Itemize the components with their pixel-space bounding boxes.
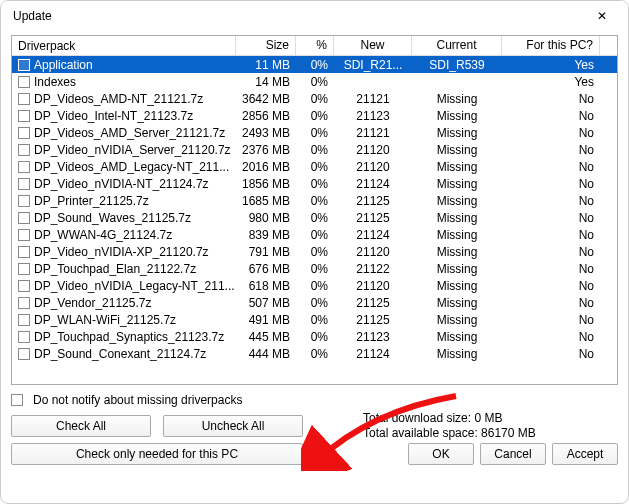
row-new: 21120 [334,245,412,259]
row-percent: 0% [296,177,334,191]
column-headers: Driverpack Size % New Current For this P… [12,36,617,56]
grid-body[interactable]: Application11 MB0%SDI_R21...SDI_R539YesI… [12,56,617,385]
cancel-button[interactable]: Cancel [480,443,546,465]
row-size: 507 MB [236,296,296,310]
row-forpc: No [502,279,600,293]
table-row[interactable]: DP_Videos_AMD_Server_21121.7z2493 MB0%21… [12,124,617,141]
row-forpc: No [502,160,600,174]
row-forpc: No [502,330,600,344]
stats-block: Total download size: 0 MB Total availabl… [363,411,536,441]
row-forpc: No [502,126,600,140]
row-name: DP_Sound_Conexant_21124.7z [34,347,206,361]
table-row[interactable]: Application11 MB0%SDI_R21...SDI_R539Yes [12,56,617,73]
row-size: 791 MB [236,245,296,259]
checkbox-icon [18,195,30,207]
row-size: 1685 MB [236,194,296,208]
row-forpc: No [502,347,600,361]
checkbox-icon [18,246,30,258]
row-current: Missing [412,160,502,174]
row-new: SDI_R21... [334,58,412,72]
checkbox-icon [11,394,23,406]
row-new: 21125 [334,194,412,208]
titlebar: Update ✕ [1,1,628,31]
col-forpc[interactable]: For this PC? [502,36,600,55]
table-row[interactable]: DP_Vendor_21125.7z507 MB0%21125MissingNo [12,294,617,311]
checkbox-icon [18,297,30,309]
row-name: DP_WLAN-WiFi_21125.7z [34,313,176,327]
row-percent: 0% [296,92,334,106]
table-row[interactable]: DP_Sound_Conexant_21124.7z444 MB0%21124M… [12,345,617,362]
row-size: 11 MB [236,58,296,72]
row-forpc: No [502,143,600,157]
row-name: DP_Sound_Waves_21125.7z [34,211,191,225]
col-percent[interactable]: % [296,36,334,55]
table-row[interactable]: DP_Video_nVIDIA_Server_21120.7z2376 MB0%… [12,141,617,158]
total-available-space: Total available space: 86170 MB [363,426,536,441]
col-driverpack[interactable]: Driverpack [12,36,236,55]
row-name: DP_Videos_AMD_Server_21121.7z [34,126,225,140]
driverpack-list[interactable]: Driverpack Size % New Current For this P… [11,35,618,385]
col-size[interactable]: Size [236,36,296,55]
accept-button[interactable]: Accept [552,443,618,465]
row-forpc: No [502,109,600,123]
col-new[interactable]: New [334,36,412,55]
check-all-button[interactable]: Check All [11,415,151,437]
check-needed-button[interactable]: Check only needed for this PC [11,443,303,465]
row-current: Missing [412,126,502,140]
row-new: 21125 [334,211,412,225]
col-current[interactable]: Current [412,36,502,55]
ok-button[interactable]: OK [408,443,474,465]
checkbox-icon [18,280,30,292]
row-forpc: No [502,92,600,106]
row-size: 1856 MB [236,177,296,191]
table-row[interactable]: DP_Video_nVIDIA_Legacy-NT_211...618 MB0%… [12,277,617,294]
uncheck-all-button[interactable]: Uncheck All [163,415,303,437]
row-forpc: No [502,313,600,327]
checkbox-icon [18,59,30,71]
row-name: DP_Touchpad_Elan_21122.7z [34,262,196,276]
row-new: 21120 [334,279,412,293]
table-row[interactable]: DP_Printer_21125.7z1685 MB0%21125Missing… [12,192,617,209]
close-button[interactable]: ✕ [580,2,624,30]
checkbox-icon [18,76,30,88]
table-row[interactable]: DP_Video_nVIDIA-NT_21124.7z1856 MB0%2112… [12,175,617,192]
row-percent: 0% [296,211,334,225]
row-size: 14 MB [236,75,296,89]
table-row[interactable]: DP_Sound_Waves_21125.7z980 MB0%21125Miss… [12,209,617,226]
checkbox-icon [18,229,30,241]
row-name: DP_Video_nVIDIA-NT_21124.7z [34,177,209,191]
row-size: 618 MB [236,279,296,293]
row-forpc: No [502,296,600,310]
table-row[interactable]: DP_WWAN-4G_21124.7z839 MB0%21124MissingN… [12,226,617,243]
checkbox-icon [18,263,30,275]
checkbox-icon [18,212,30,224]
table-row[interactable]: DP_Touchpad_Synaptics_21123.7z445 MB0%21… [12,328,617,345]
table-row[interactable]: DP_Videos_AMD-NT_21121.7z3642 MB0%21121M… [12,90,617,107]
row-size: 839 MB [236,228,296,242]
row-forpc: Yes [502,58,600,72]
table-row[interactable]: DP_WLAN-WiFi_21125.7z491 MB0%21125Missin… [12,311,617,328]
row-size: 676 MB [236,262,296,276]
row-new: 21124 [334,347,412,361]
row-percent: 0% [296,313,334,327]
table-row[interactable]: DP_Videos_AMD_Legacy-NT_211...2016 MB0%2… [12,158,617,175]
row-new: 21122 [334,262,412,276]
table-row[interactable]: DP_Touchpad_Elan_21122.7z676 MB0%21122Mi… [12,260,617,277]
row-forpc: No [502,211,600,225]
table-row[interactable]: DP_Video_nVIDIA-XP_21120.7z791 MB0%21120… [12,243,617,260]
row-current: Missing [412,262,502,276]
row-size: 3642 MB [236,92,296,106]
row-name: DP_Touchpad_Synaptics_21123.7z [34,330,224,344]
notify-checkbox-row[interactable]: Do not notify about missing driverpacks [11,393,618,407]
checkbox-icon [18,127,30,139]
table-row[interactable]: DP_Video_Intel-NT_21123.7z2856 MB0%21123… [12,107,617,124]
row-name: DP_Videos_AMD-NT_21121.7z [34,92,203,106]
row-percent: 0% [296,296,334,310]
row-percent: 0% [296,347,334,361]
row-percent: 0% [296,160,334,174]
row-percent: 0% [296,194,334,208]
row-name: DP_WWAN-4G_21124.7z [34,228,172,242]
total-download-size: Total download size: 0 MB [363,411,536,426]
table-row[interactable]: Indexes14 MB0%Yes [12,73,617,90]
row-percent: 0% [296,279,334,293]
